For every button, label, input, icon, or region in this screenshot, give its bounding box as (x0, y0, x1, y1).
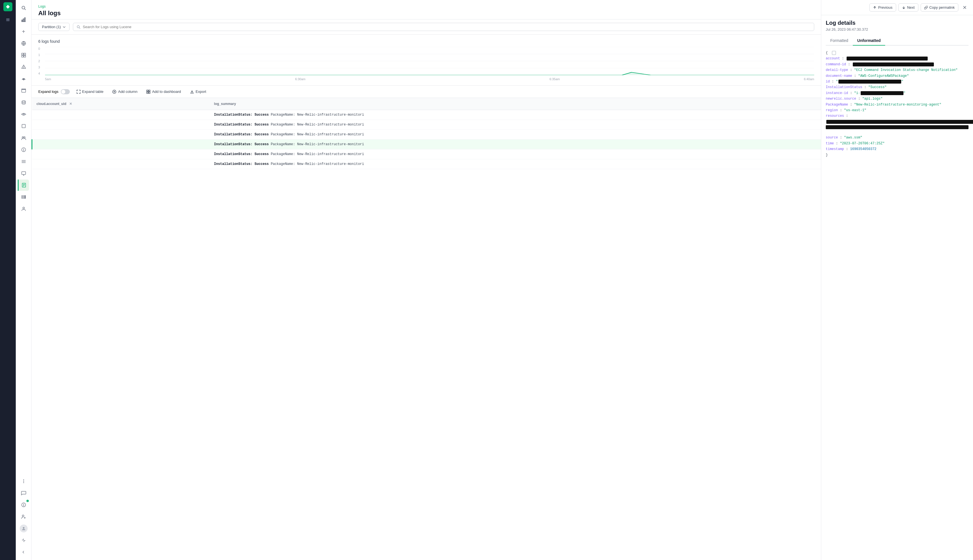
svg-rect-1 (6, 20, 10, 20)
expand-table-label: Expand table (82, 90, 103, 94)
svg-rect-11 (24, 53, 26, 55)
installation-status-value: "Success" (868, 85, 886, 89)
previous-button[interactable]: Previous (870, 3, 896, 12)
copy-permalink-button[interactable]: Copy permalink (921, 3, 958, 12)
link-icon (924, 6, 928, 9)
nav-eye[interactable] (18, 108, 29, 120)
add-dashboard-btn[interactable]: Add to dashboard (144, 88, 183, 95)
next-label: Next (907, 5, 915, 10)
nav-search[interactable] (18, 2, 29, 13)
svg-point-40 (25, 196, 25, 197)
y-label-0: 0 (38, 47, 44, 50)
svg-rect-5 (22, 20, 23, 22)
col-account-uid-close[interactable]: ✕ (68, 100, 74, 107)
table-row[interactable]: InstallationStatus: Success PackageName:… (32, 120, 821, 130)
breadcrumb[interactable]: Logs (38, 5, 814, 8)
nav-list[interactable] (18, 156, 29, 167)
nav-chat[interactable] (18, 487, 29, 498)
nav-add[interactable]: + (18, 26, 29, 37)
svg-point-24 (23, 137, 25, 138)
app-logo[interactable] (3, 2, 12, 11)
nav-grid[interactable] (18, 50, 29, 61)
cell-log-summary: InstallationStatus: Success PackageName:… (209, 120, 821, 130)
collapse-icon[interactable] (3, 15, 13, 25)
panel-tabs: Formatted Unformatted (826, 36, 968, 46)
logs-found-label: 6 logs found (38, 39, 814, 43)
svg-rect-6 (23, 19, 24, 22)
nav-add-user[interactable] (18, 511, 29, 522)
add-column-btn[interactable]: Add column (110, 88, 140, 95)
nav-alerts[interactable] (18, 62, 29, 73)
table-row[interactable]: InstallationStatus: Success PackageName:… (32, 110, 821, 120)
search-icon (77, 25, 80, 29)
previous-label: Previous (878, 5, 893, 10)
svg-point-45 (23, 482, 24, 483)
nav-monitor[interactable] (18, 168, 29, 179)
x-label-630: 6:30am (295, 77, 305, 81)
tab-unformatted[interactable]: Unformatted (853, 36, 885, 46)
nav-signal[interactable] (18, 73, 29, 84)
expand-logs-area: Expand logs (38, 89, 70, 94)
svg-point-52 (23, 527, 25, 529)
svg-rect-7 (25, 18, 25, 22)
partition-button[interactable]: Partition (1) (38, 23, 70, 31)
nav-layers[interactable] (18, 85, 29, 96)
cell-log-summary: InstallationStatus: Success PackageName:… (209, 110, 821, 120)
svg-rect-66 (147, 92, 148, 93)
add-dashboard-label: Add to dashboard (152, 90, 181, 94)
svg-point-3 (22, 6, 25, 9)
svg-rect-17 (22, 90, 26, 92)
source-value: "aws.ssm" (844, 136, 862, 140)
nav-database[interactable] (18, 97, 29, 108)
export-btn[interactable]: Export (188, 88, 209, 95)
svg-rect-64 (147, 90, 148, 92)
region-value: "us-east-1" (844, 108, 866, 112)
col-log-summary[interactable]: log_summary (209, 98, 821, 110)
table-wrapper: cloud.account_uid ✕ log_summary Installa… (32, 98, 821, 560)
nav-badge[interactable]: + (18, 499, 29, 510)
svg-point-49 (22, 515, 24, 517)
svg-rect-22 (22, 124, 25, 128)
close-panel-button[interactable]: ✕ (961, 4, 968, 12)
table-header-row: cloud.account_uid ✕ log_summary (32, 98, 821, 110)
tab-formatted[interactable]: Formatted (826, 36, 853, 46)
copy-code-icon[interactable] (832, 51, 836, 55)
chart-svg (45, 47, 814, 75)
nav-sidebar: + (16, 0, 32, 560)
toolbar: Partition (1) (32, 19, 821, 35)
nav-group[interactable] (18, 132, 29, 143)
expand-logs-toggle[interactable] (61, 89, 70, 94)
next-button[interactable]: Next (898, 3, 918, 12)
svg-rect-0 (6, 18, 10, 19)
svg-rect-10 (22, 53, 23, 55)
nav-warning[interactable] (18, 144, 29, 155)
nav-servers[interactable] (18, 192, 29, 203)
svg-point-20 (22, 101, 25, 102)
nav-box[interactable] (18, 120, 29, 132)
svg-point-43 (23, 480, 24, 480)
nav-collapse-sidebar[interactable] (18, 547, 29, 558)
nav-expand[interactable] (18, 535, 29, 546)
search-input[interactable] (83, 25, 811, 29)
table-row[interactable]: InstallationStatus: Success PackageName:… (32, 140, 821, 150)
col-account-uid[interactable]: cloud.account_uid ✕ (32, 98, 210, 110)
nav-network[interactable] (18, 38, 29, 49)
nav-logs[interactable] (18, 180, 29, 191)
export-label: Export (196, 90, 206, 94)
cell-log-summary: InstallationStatus: Success PackageName:… (209, 140, 821, 150)
nav-user-avatar[interactable] (18, 523, 29, 534)
time-value: "2023-07-26T06:47:25Z" (840, 142, 884, 145)
expand-table-btn[interactable]: Expand table (74, 88, 106, 95)
document-name-value: "AWS-ConfigureAWSPackage" (858, 74, 909, 78)
table-row[interactable]: InstallationStatus: Success PackageName:… (32, 150, 821, 159)
col-account-uid-label: cloud.account_uid (37, 102, 67, 106)
timestamp-value: 1690354050372 (850, 147, 876, 151)
search-box[interactable] (73, 23, 814, 31)
svg-point-41 (25, 198, 25, 198)
nav-more[interactable] (18, 476, 29, 487)
table-row[interactable]: InstallationStatus: Success PackageName:… (32, 130, 821, 140)
svg-rect-65 (149, 90, 150, 92)
nav-person[interactable] (18, 203, 29, 215)
nav-charts[interactable] (18, 14, 29, 25)
table-row[interactable]: InstallationStatus: Success PackageName:… (32, 159, 821, 169)
